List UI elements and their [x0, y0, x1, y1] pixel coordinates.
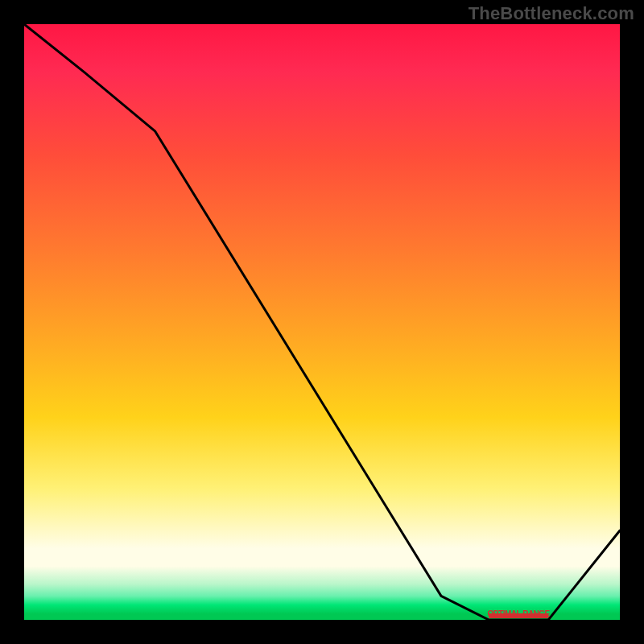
chart-frame: TheBottleneck.com OPTIMAL RANGE: [0, 0, 644, 644]
plot-area: OPTIMAL RANGE: [24, 24, 620, 620]
gradient-background: [24, 24, 620, 620]
watermark-text: TheBottleneck.com: [469, 3, 634, 24]
optimal-range-label: OPTIMAL RANGE: [488, 609, 550, 618]
